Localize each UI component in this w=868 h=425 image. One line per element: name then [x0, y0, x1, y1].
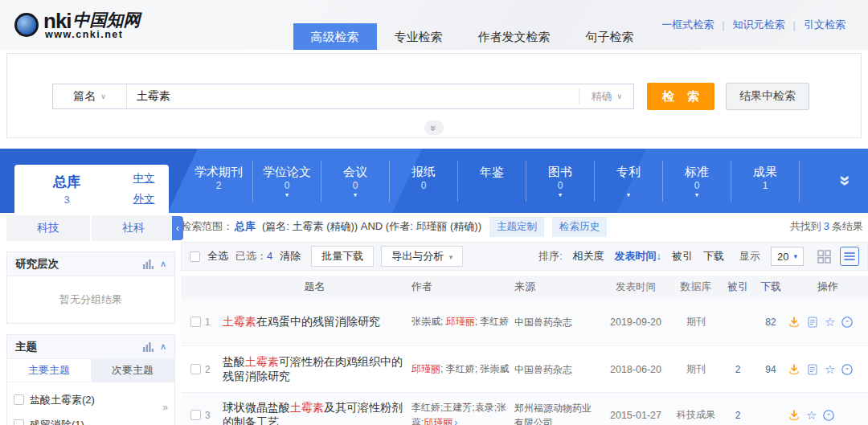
list-view-button[interactable] [840, 247, 859, 266]
database-tab-报纸[interactable]: 报纸0 [390, 161, 458, 202]
cite-quote-icon[interactable]: ” [841, 363, 854, 376]
author-link-highlight[interactable]: 邱瑾丽 [411, 363, 440, 374]
grid-view-button[interactable] [814, 247, 833, 266]
database-tab-学位论文[interactable]: 学位论文0▼ [253, 161, 321, 202]
favorite-star-icon[interactable]: ☆ [825, 316, 835, 328]
cited-count-cell[interactable]: 2 [722, 410, 754, 421]
batch-download-button[interactable]: 批量下载 [311, 246, 374, 267]
search-input[interactable] [127, 84, 579, 108]
top-link-知识元检索[interactable]: 知识元检索 [725, 18, 793, 32]
topic-filter-item[interactable]: 残留消除(1) [14, 412, 168, 425]
top-link-引文检索[interactable]: 引文检索 [796, 18, 854, 32]
match-mode-selector[interactable]: 精确 ∨ [579, 88, 633, 104]
row-number: 1 [205, 317, 211, 328]
sidebar-collapse-handle[interactable]: ‹ [172, 216, 183, 240]
sort-被引[interactable]: 被引 [672, 249, 693, 264]
search-button[interactable]: 检 索 [647, 83, 714, 110]
more-topics-icon[interactable]: » [162, 402, 168, 413]
nav-tab-句子检索[interactable]: 句子检索 [568, 23, 652, 50]
topic-label: 盐酸土霉素(2) [30, 393, 95, 407]
database-tab-图书[interactable]: 图书0▼ [526, 161, 595, 202]
topic-checkbox[interactable] [14, 419, 24, 425]
html-read-icon[interactable] [806, 316, 819, 329]
nav-tab-专业检索[interactable]: 专业检索 [377, 23, 461, 50]
database-tab-成果[interactable]: 成果1 [731, 161, 800, 202]
database-tab-标准[interactable]: 标准0▼ [663, 161, 731, 202]
author-link-highlight[interactable]: 邱瑾丽 [424, 417, 452, 425]
cite-quote-icon[interactable]: ” [841, 316, 854, 329]
chip-检索历史[interactable]: 检索历史 [552, 217, 607, 237]
found-count: 3 [824, 220, 829, 232]
source-cell[interactable]: 中国兽药杂志 [514, 362, 601, 377]
chip-主题定制[interactable]: 主题定制 [489, 217, 544, 237]
chevron-up-icon[interactable]: ∧ [160, 341, 166, 352]
cited-count-cell[interactable]: 2 [722, 364, 754, 375]
export-analyze-button[interactable]: 导出与分析 ▾ [381, 246, 463, 267]
topic-checkbox[interactable] [14, 394, 24, 405]
download-icon[interactable] [788, 409, 800, 422]
download-count-cell[interactable]: 94 [754, 364, 788, 375]
research-level-header: 研究层次 ∧ [7, 252, 174, 276]
result-title-link[interactable]: 球状微晶盐酸土霉素及其可溶性粉剂的制备工艺 [223, 401, 403, 425]
download-icon[interactable] [788, 316, 800, 329]
expand-databases-icon[interactable]: » [833, 175, 856, 186]
chevron-up-icon[interactable]: ∧ [160, 259, 166, 269]
language-link-外文[interactable]: 外文 [133, 192, 155, 206]
nav-tab-作者发文检索[interactable]: 作者发文检索 [461, 23, 568, 50]
total-db[interactable]: 总库 3 [14, 173, 119, 206]
caret-down-icon: ▾ [447, 253, 452, 261]
no-icon [731, 192, 799, 198]
sort-发表时间[interactable]: 发表时间↓ [615, 249, 662, 264]
database-tab-专利[interactable]: 专利 ▼ [595, 161, 663, 202]
triangle-down-icon: ▼ [321, 192, 389, 198]
author-link[interactable]: ; 李红娇; 张崇威 [440, 363, 509, 374]
database-tab-学术期刊[interactable]: 学术期刊2 [185, 161, 253, 202]
title-text: 球状微晶盐酸 [223, 401, 290, 414]
download-count-cell[interactable]: 82 [754, 317, 788, 328]
select-all-checkbox[interactable] [190, 251, 200, 262]
sort-相关度[interactable]: 相关度 [573, 249, 604, 264]
sort-下载[interactable]: 下载 [703, 249, 724, 264]
topic-tab-主要主题[interactable]: 主要主题 [7, 359, 91, 382]
source-cell[interactable]: 中国兽药杂志 [514, 315, 601, 329]
bar-chart-icon[interactable] [143, 259, 154, 269]
search-in-results-button[interactable]: 结果中检索 [726, 83, 809, 110]
scope-db-link[interactable]: 总库 [235, 219, 256, 234]
sidebar-tab-社科[interactable]: 社科 [92, 215, 175, 241]
html-read-icon[interactable] [806, 363, 819, 376]
topic-tab-次要主题[interactable]: 次要主题 [91, 359, 174, 382]
sort-options: 相关度发表时间↓被引下载 [573, 249, 725, 264]
database-tab-会议[interactable]: 会议0▼ [321, 161, 390, 202]
collapse-search-toggle[interactable]: » [424, 121, 444, 135]
author-link[interactable]: ; 李红娇 [475, 316, 510, 327]
expand-authors-icon[interactable]: › [454, 417, 457, 425]
select-all-label[interactable]: 全选 [207, 249, 228, 264]
download-icon[interactable] [788, 363, 800, 376]
authors-cell: 邱瑾丽; 李红娇; 张崇威 [411, 362, 514, 377]
page-size-select[interactable]: 20 ▾ [771, 247, 804, 266]
database-tab-年鉴[interactable]: 年鉴 [458, 161, 526, 202]
sidebar-tab-科技[interactable]: 科技 [6, 215, 90, 241]
row-checkbox[interactable] [190, 410, 201, 420]
language-link-中文[interactable]: 中文 [133, 171, 155, 186]
author-link-highlight[interactable]: 邱瑾丽 [446, 316, 475, 327]
source-cell[interactable]: 郑州福源动物药业有限公司 [514, 401, 601, 425]
top-link-一框式检索[interactable]: 一框式检索 [653, 18, 722, 32]
author-link[interactable]: 张崇威; [411, 316, 446, 327]
row-checkbox[interactable] [190, 317, 201, 327]
row-checkbox[interactable] [190, 364, 201, 374]
cite-quote-icon[interactable]: ” [822, 409, 835, 422]
field-selector[interactable]: 篇名 ∨ [53, 84, 127, 108]
result-title-link[interactable]: 盐酸土霉素可溶性粉在肉鸡组织中的残留消除研究 [223, 355, 403, 382]
database-tab-count: 1 [731, 180, 799, 192]
clear-selection-button[interactable]: 清除 [280, 249, 301, 264]
favorite-star-icon[interactable]: ☆ [825, 363, 835, 375]
field-selector-value: 篇名 [73, 89, 96, 104]
cnki-logo[interactable]: nki 中国知网 www.cnki.net [14, 10, 141, 40]
result-title-link[interactable]: 土霉素在鸡蛋中的残留消除研究 [223, 315, 380, 328]
topic-filter-item[interactable]: 盐酸土霉素(2) [14, 387, 168, 412]
nav-tab-高级检索[interactable]: 高级检索 [293, 23, 377, 50]
bar-chart-icon[interactable] [143, 342, 154, 352]
title-keyword: 土霉素 [290, 401, 324, 414]
favorite-star-icon[interactable]: ☆ [806, 409, 817, 421]
